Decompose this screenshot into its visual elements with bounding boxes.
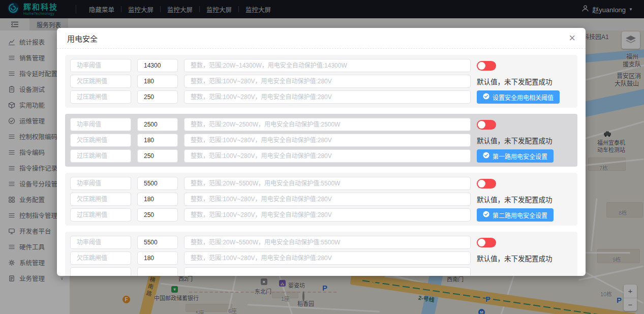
threshold-label-input[interactable] xyxy=(70,149,131,163)
safety-config-group: 默认值，未下发配置成功第一路用电安全设置 xyxy=(65,114,577,167)
check-circle-icon xyxy=(483,152,489,160)
config-row: 默认值，未下发配置成功 xyxy=(70,134,572,147)
threshold-value-input[interactable] xyxy=(137,208,178,222)
threshold-value-input[interactable] xyxy=(137,75,178,88)
button-label: 设置安全用电相关阈值 xyxy=(493,93,554,102)
threshold-label-input[interactable] xyxy=(70,59,131,72)
config-row: 设置安全用电相关阈值 xyxy=(70,90,572,104)
config-row xyxy=(70,177,572,190)
status-text: 默认值，未下发配置成功 xyxy=(477,253,553,263)
dialog-body: 默认值，未下发配置成功设置安全用电相关阈值默认值，未下发配置成功第一路用电安全设… xyxy=(57,49,586,276)
button-label: 第二路用电安全设置 xyxy=(493,211,547,219)
button-label: 第一路用电安全设置 xyxy=(493,152,547,161)
safety-toggle[interactable] xyxy=(477,61,496,71)
row-action-cell: 设置安全用电相关阈值 xyxy=(477,90,572,104)
config-row: 默认值，未下发配置成功 xyxy=(70,252,572,265)
toggle-knob xyxy=(478,121,485,129)
check-circle-icon xyxy=(483,211,489,219)
threshold-label-input[interactable] xyxy=(70,208,131,222)
config-row: 第一路用电安全设置 xyxy=(70,149,572,163)
threshold-label-input[interactable] xyxy=(70,193,131,206)
threshold-hint-input[interactable] xyxy=(184,59,471,72)
row-action-cell xyxy=(477,61,572,71)
threshold-value-input[interactable] xyxy=(137,252,178,265)
apply-settings-button[interactable]: 第二路用电安全设置 xyxy=(477,208,554,222)
threshold-label-input[interactable] xyxy=(70,236,131,249)
row-action-cell xyxy=(477,238,572,247)
threshold-value-input[interactable] xyxy=(137,236,178,249)
toggle-knob xyxy=(478,239,485,246)
config-row: 默认值，未下发配置成功 xyxy=(70,75,572,88)
dialog-header: 用电安全 × xyxy=(57,28,586,49)
close-icon[interactable]: × xyxy=(569,33,575,44)
safety-config-group: 默认值，未下发配置成功第二路用电安全设置 xyxy=(65,173,577,226)
threshold-label-input[interactable] xyxy=(70,90,131,104)
status-text: 默认值，未下发配置成功 xyxy=(477,76,553,86)
toggle-knob xyxy=(478,62,485,70)
toggle-knob xyxy=(478,180,485,187)
check-circle-icon xyxy=(483,93,489,101)
threshold-hint-input[interactable] xyxy=(184,193,471,206)
config-row xyxy=(70,118,572,131)
row-action-cell: 第二路用电安全设置 xyxy=(477,208,572,222)
threshold-value-input[interactable] xyxy=(137,193,178,206)
app-window: 辉和科技 HuiheTechnology 隐藏菜单监控大屏监控大屏监控大屏监控大… xyxy=(0,0,644,314)
threshold-value-input[interactable] xyxy=(137,59,178,72)
threshold-label-input[interactable] xyxy=(70,134,131,147)
apply-settings-button[interactable]: 第一路用电安全设置 xyxy=(477,149,554,163)
dialog-title: 用电安全 xyxy=(67,33,98,44)
threshold-label-input[interactable] xyxy=(70,252,131,265)
threshold-hint-input[interactable] xyxy=(184,149,471,163)
row-action-cell: 默认值，未下发配置成功 xyxy=(477,194,572,204)
safety-toggle[interactable] xyxy=(477,120,496,130)
threshold-hint-input[interactable] xyxy=(184,75,471,88)
threshold-input[interactable] xyxy=(137,267,178,276)
safety-config-group: 默认值，未下发配置成功 xyxy=(65,232,577,276)
threshold-input[interactable] xyxy=(70,267,131,276)
threshold-value-input[interactable] xyxy=(137,134,178,147)
safety-toggle[interactable] xyxy=(477,179,496,189)
electricity-safety-dialog: 用电安全 × 默认值，未下发配置成功设置安全用电相关阈值默认值，未下发配置成功第… xyxy=(57,28,586,276)
threshold-value-input[interactable] xyxy=(137,149,178,163)
threshold-hint-input[interactable] xyxy=(184,177,471,190)
status-text: 默认值，未下发配置成功 xyxy=(477,194,553,204)
threshold-hint-input[interactable] xyxy=(184,236,471,249)
threshold-value-input[interactable] xyxy=(137,118,178,131)
config-row: 默认值，未下发配置成功 xyxy=(70,193,572,206)
threshold-hint-input[interactable] xyxy=(184,118,471,131)
row-action-cell xyxy=(477,120,572,130)
row-action-cell xyxy=(477,179,572,189)
config-row: 第二路用电安全设置 xyxy=(70,208,572,222)
row-action-cell: 默认值，未下发配置成功 xyxy=(477,253,572,263)
safety-toggle[interactable] xyxy=(477,238,496,247)
threshold-hint-input[interactable] xyxy=(184,208,471,222)
threshold-hint-input[interactable] xyxy=(184,134,471,147)
row-action-cell: 默认值，未下发配置成功 xyxy=(477,135,572,145)
status-text: 默认值，未下发配置成功 xyxy=(477,135,553,145)
safety-config-group: 默认值，未下发配置成功设置安全用电相关阈值 xyxy=(65,55,577,108)
config-row-clipped xyxy=(70,267,572,276)
row-action-cell: 第一路用电安全设置 xyxy=(477,149,572,163)
threshold-value-input[interactable] xyxy=(137,90,178,104)
apply-settings-button[interactable]: 设置安全用电相关阈值 xyxy=(477,90,560,104)
threshold-label-input[interactable] xyxy=(70,118,131,131)
threshold-label-input[interactable] xyxy=(70,75,131,88)
config-row xyxy=(70,236,572,249)
row-action-cell: 默认值，未下发配置成功 xyxy=(477,76,572,86)
threshold-label-input[interactable] xyxy=(70,177,131,190)
config-row xyxy=(70,59,572,72)
threshold-input[interactable] xyxy=(184,267,471,276)
threshold-hint-input[interactable] xyxy=(184,90,471,104)
threshold-value-input[interactable] xyxy=(137,177,178,190)
threshold-hint-input[interactable] xyxy=(184,252,471,265)
